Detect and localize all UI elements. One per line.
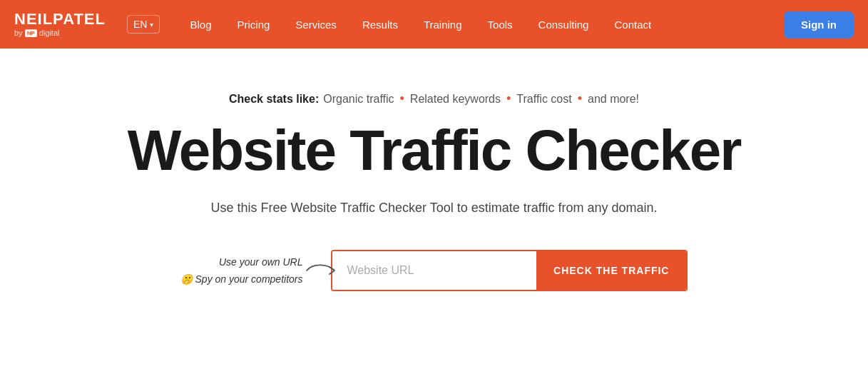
nav-item-pricing[interactable]: Pricing bbox=[224, 0, 282, 49]
logo-name: NEILPATEL bbox=[14, 11, 106, 27]
hero-description: Use this Free Website Traffic Checker To… bbox=[211, 201, 658, 216]
np-badge: NP bbox=[25, 29, 37, 37]
stat-organic: Organic traffic bbox=[323, 93, 394, 106]
dot-1: • bbox=[400, 91, 404, 106]
hint-text-2: Spy on your competitors bbox=[195, 273, 303, 285]
language-selector[interactable]: EN ▾ bbox=[127, 15, 160, 34]
dot-3: • bbox=[578, 91, 582, 106]
nav-item-consulting[interactable]: Consulting bbox=[526, 0, 602, 49]
nav-item-contact[interactable]: Contact bbox=[601, 0, 664, 49]
hero-title: Website Traffic Checker bbox=[128, 121, 741, 181]
hint-line-1: Use your own URL bbox=[219, 256, 303, 268]
hero-stats: Check stats like: Organic traffic • Rela… bbox=[229, 91, 639, 106]
logo[interactable]: NEILPATEL by NP digital bbox=[14, 11, 114, 37]
nav-item-results[interactable]: Results bbox=[349, 0, 411, 49]
chevron-down-icon: ▾ bbox=[150, 21, 153, 29]
check-traffic-button[interactable]: CHECK THE TRAFFIC bbox=[536, 251, 686, 290]
logo-by: by bbox=[14, 29, 23, 37]
stat-more: and more! bbox=[588, 93, 639, 106]
dot-2: • bbox=[506, 91, 511, 106]
nav-links: Blog Pricing Services Results Training T… bbox=[177, 0, 664, 49]
arrow-icon bbox=[305, 260, 337, 281]
nav-item-tools[interactable]: Tools bbox=[475, 0, 526, 49]
nav-item-training[interactable]: Training bbox=[411, 0, 475, 49]
logo-digital: digital bbox=[39, 29, 60, 37]
logo-subtitle: by NP digital bbox=[14, 29, 60, 37]
hint-emoji: 🤫 bbox=[180, 273, 193, 285]
url-input[interactable] bbox=[332, 251, 536, 290]
stat-keywords: Related keywords bbox=[410, 93, 501, 106]
search-box: CHECK THE TRAFFIC bbox=[331, 250, 688, 291]
search-hint: Use your own URL 🤫 Spy on your competito… bbox=[180, 256, 303, 285]
hero-stats-label: Check stats like: bbox=[229, 93, 319, 106]
search-area: Use your own URL 🤫 Spy on your competito… bbox=[149, 250, 720, 291]
stat-cost: Traffic cost bbox=[516, 93, 571, 106]
language-label: EN bbox=[133, 19, 147, 30]
hero-section: Check stats like: Organic traffic • Rela… bbox=[0, 49, 868, 327]
nav-item-blog[interactable]: Blog bbox=[177, 0, 224, 49]
nav-item-services[interactable]: Services bbox=[282, 0, 349, 49]
hint-line-2: 🤫 Spy on your competitors bbox=[180, 273, 303, 285]
navbar: NEILPATEL by NP digital EN ▾ Blog Pricin… bbox=[0, 0, 868, 49]
signin-button[interactable]: Sign in bbox=[784, 11, 854, 38]
